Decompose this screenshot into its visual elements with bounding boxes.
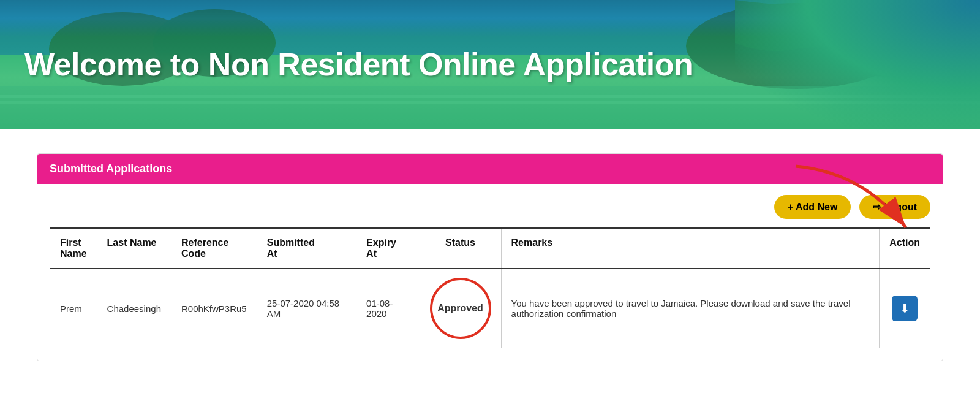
col-last-name: Last Name	[97, 228, 171, 269]
col-expiry-at: ExpiryAt	[356, 228, 420, 269]
status-badge: Approved	[430, 278, 491, 339]
download-button[interactable]: ⬇	[892, 296, 918, 321]
cell-submitted-at: 25-07-2020 04:58 AM	[257, 269, 356, 348]
cell-reference-code: R00hKfwP3Ru5	[171, 269, 257, 348]
col-submitted-at: SubmittedAt	[257, 228, 356, 269]
col-remarks: Remarks	[501, 228, 880, 269]
svg-point-4	[686, 3, 907, 89]
cell-first-name: Prem	[50, 269, 97, 348]
col-first-name: FirstName	[50, 228, 97, 269]
table-header-row: FirstName Last Name ReferenceCode Submit…	[50, 228, 930, 269]
submitted-applications-card: Submitted Applications + Add New ⇨ Logou…	[37, 153, 943, 361]
svg-rect-8	[0, 95, 980, 98]
cell-remarks: You have been approved to travel to Jama…	[501, 269, 880, 348]
page-title: Welcome to Non Resident Online Applicati…	[0, 46, 717, 83]
col-reference-code: ReferenceCode	[171, 228, 257, 269]
buttons-row: + Add New ⇨ Logout	[37, 184, 943, 227]
add-new-button[interactable]: + Add New	[774, 195, 851, 219]
svg-rect-7	[0, 86, 980, 129]
download-icon: ⬇	[900, 301, 910, 316]
table-wrapper: FirstName Last Name ReferenceCode Submit…	[37, 227, 943, 361]
svg-point-6	[888, 9, 980, 77]
cell-last-name: Chadeesingh	[97, 269, 171, 348]
table-row: Prem Chadeesingh R00hKfwP3Ru5 25-07-2020…	[50, 269, 930, 348]
cell-expiry-at: 01-08-2020	[356, 269, 420, 348]
logout-button[interactable]: ⇨ Logout	[859, 195, 930, 219]
header-banner: Welcome to Non Resident Online Applicati…	[0, 0, 980, 129]
col-action: Action	[880, 228, 930, 269]
card-header-title: Submitted Applications	[50, 162, 172, 175]
applications-table: FirstName Last Name ReferenceCode Submit…	[50, 227, 930, 348]
card-header: Submitted Applications	[37, 154, 943, 184]
svg-rect-9	[0, 101, 980, 104]
cell-status: Approved	[420, 269, 501, 348]
col-status: Status	[420, 228, 501, 269]
cell-action: ⬇	[880, 269, 930, 348]
main-content: Submitted Applications + Add New ⇨ Logou…	[0, 129, 980, 401]
svg-point-5	[815, 3, 962, 77]
